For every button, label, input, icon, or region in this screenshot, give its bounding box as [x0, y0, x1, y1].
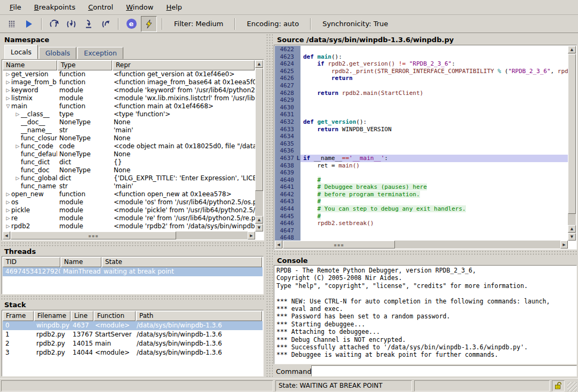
tree-expand-icon[interactable]: ▷ — [5, 206, 11, 214]
source-line[interactable]: 4639 — [275, 169, 568, 177]
namespace-row[interactable]: ▷osmodule<module 'os' from '/usr/lib64/p… — [3, 198, 255, 206]
column-header-path[interactable]: Path — [136, 311, 262, 321]
source-line[interactable]: 4629 — [275, 97, 568, 104]
source-line[interactable]: 4633 return WINPDB_VERSION — [275, 126, 568, 133]
namespace-vertical-scrollbar[interactable]: ▲ ▲ ▼ — [255, 60, 263, 231]
stack-frame-row[interactable]: 3rpdb2.py14044<module>/data/sys/bin/winp… — [3, 348, 263, 357]
tree-expand-icon[interactable]: ▷ — [5, 214, 11, 222]
namespace-row[interactable]: ▷open_newfunction<function open_new at 0… — [3, 190, 255, 198]
next-button[interactable] — [47, 17, 62, 31]
return-button[interactable] — [81, 17, 96, 31]
source-vertical-scrollbar[interactable]: ▲ ▲ ▼ — [568, 46, 576, 241]
tree-expand-icon[interactable]: ▷ — [5, 198, 11, 206]
source-line[interactable]: 4637Lif __name__=='__main__': — [275, 155, 568, 162]
namespace-row[interactable]: ▷func_globaldict{'DLG_EXPR_TITLE': 'Ente… — [3, 174, 255, 182]
source-line[interactable]: 4645 # — [275, 213, 568, 220]
tree-expand-icon[interactable]: ▷ — [5, 70, 11, 78]
scroll-up-arrow-icon[interactable]: ▲ — [255, 60, 263, 68]
source-line[interactable]: 4624 if rpdb2.get_version() != "RPDB_2_3… — [275, 60, 568, 68]
namespace-row[interactable]: ▷func_codecode<code object main at 0x180… — [3, 142, 255, 150]
scroll-up-arrow-icon[interactable]: ▲ — [255, 216, 263, 223]
source-line[interactable]: 4648 — [275, 234, 568, 241]
namespace-row[interactable]: __doc__NoneTypeNone — [3, 118, 255, 126]
console-output[interactable]: RPDB - The Remote Python Debugger, versi… — [274, 265, 577, 364]
namespace-row[interactable]: ▷__class__type<type 'function'> — [3, 110, 255, 118]
namespace-row[interactable]: func_dictdict{} — [3, 158, 255, 166]
namespace-row[interactable]: __name__str'main' — [3, 126, 255, 134]
source-line[interactable]: 4628 return rpdb2.main(StartClient) — [275, 90, 568, 97]
tab-globals[interactable]: Globals — [39, 47, 76, 59]
column-header-frame[interactable]: Frame — [3, 311, 34, 321]
source-horizontal-scrollbar[interactable]: ◀ ▪▪▪ ▶ — [275, 241, 568, 249]
tab-locals[interactable]: Locals — [4, 45, 38, 59]
source-line[interactable]: 4625 rpdb2._print(STR_ERROR_INTERFACE_CO… — [275, 68, 568, 75]
column-header-line[interactable]: Line — [71, 311, 93, 321]
source-line[interactable]: 4642 # before program termination. — [275, 191, 568, 198]
source-line[interactable]: 4626 return — [275, 75, 568, 82]
horizontal-splitter[interactable] — [273, 250, 578, 255]
source-line[interactable]: 4632def get_version(): — [275, 118, 568, 126]
break-button[interactable] — [4, 17, 19, 31]
menu-breakpoints[interactable]: Breakpoints — [28, 1, 82, 13]
source-line[interactable]: 4634 — [275, 133, 568, 140]
scroll-right-arrow-icon[interactable]: ▶ — [248, 231, 255, 239]
scroll-left-arrow-icon[interactable]: ◀ — [275, 241, 282, 249]
tree-expand-icon[interactable]: ▷ — [14, 110, 21, 118]
thread-row[interactable]: 46974534127920MainThreadwaiting at break… — [3, 267, 263, 276]
scrollbar-thumb[interactable]: ▪▪▪ — [283, 241, 395, 249]
step-button[interactable] — [64, 17, 79, 31]
namespace-row[interactable]: ▷listmixmodule<module 'wx.lib.mixins.lis… — [3, 94, 255, 102]
namespace-row[interactable]: ▷keywordmodule<module 'keyword' from '/u… — [3, 86, 255, 94]
namespace-row[interactable]: func_closurNoneTypeNone — [3, 134, 255, 142]
column-header-type[interactable]: Type — [58, 60, 112, 70]
scrollbar-thumb[interactable] — [568, 54, 576, 214]
stack-frame-row[interactable]: 2rpdb2.py14015main/data/sys/bin/winpdb-1… — [3, 339, 263, 348]
namespace-row[interactable]: ▷get_versionfunction<function get_versio… — [3, 70, 255, 78]
vertical-splitter[interactable] — [265, 33, 273, 378]
menu-file[interactable]: File — [3, 1, 28, 13]
source-code-view[interactable]: 46224623def main():4624 if rpdb2.get_ver… — [274, 45, 577, 250]
menu-control[interactable]: Control — [82, 1, 120, 13]
tree-expand-icon[interactable]: ▷ — [5, 94, 11, 102]
source-line[interactable]: 4640 # — [275, 177, 568, 184]
stack-frame-row[interactable]: 0winpdb.py4637<module>/data/sys/bin/winp… — [3, 321, 263, 330]
column-header-function[interactable]: Function — [94, 311, 136, 321]
analyze-exception-button[interactable]: e — [124, 17, 139, 31]
command-input[interactable] — [311, 365, 577, 377]
column-header-name[interactable]: Name — [3, 60, 57, 70]
scroll-down-arrow-icon[interactable]: ▼ — [568, 233, 576, 241]
scroll-right-arrow-icon[interactable]: ▶ — [560, 241, 568, 249]
scroll-up-arrow-icon[interactable]: ▲ — [568, 46, 576, 53]
source-line[interactable]: 4638 ret = main() — [275, 162, 568, 170]
column-header-name[interactable]: Name — [61, 257, 101, 267]
column-header-repr[interactable]: Repr — [113, 60, 255, 70]
namespace-horizontal-scrollbar[interactable]: ◀ ▪▪▪ ▶ — [3, 231, 255, 239]
resize-grip[interactable] — [567, 382, 577, 391]
synchronicity-button[interactable] — [141, 16, 157, 32]
go-button[interactable] — [21, 17, 36, 31]
source-line[interactable]: 4636 — [275, 147, 568, 155]
scroll-up-arrow-icon[interactable]: ▲ — [568, 225, 576, 233]
namespace-row[interactable]: ▷rpdb2module<module 'rpdb2' from '/data/… — [3, 222, 255, 230]
tree-expand-icon[interactable]: ▷ — [14, 142, 21, 150]
namespace-row[interactable]: func_defaulNoneTypeNone — [3, 150, 255, 158]
column-header-state[interactable]: State — [102, 257, 262, 267]
source-line[interactable]: 4631 — [275, 111, 568, 118]
scrollbar-thumb[interactable] — [255, 68, 263, 191]
goto-button[interactable] — [98, 17, 113, 31]
horizontal-splitter[interactable] — [0, 294, 265, 300]
scroll-down-arrow-icon[interactable]: ▼ — [255, 224, 263, 231]
horizontal-splitter[interactable] — [0, 241, 265, 246]
tree-collapse-icon[interactable]: ▽ — [5, 102, 11, 110]
namespace-row[interactable]: func_docNoneTypeNone — [3, 166, 255, 174]
source-line[interactable]: 4627 — [275, 82, 568, 90]
column-header-filename[interactable]: Filename — [34, 311, 70, 321]
source-line[interactable]: 4641 # Debuggee breaks (pauses) here — [275, 183, 568, 191]
column-header-tid[interactable]: TID — [3, 257, 60, 267]
source-line[interactable]: 4644 # You can step to debug any exit ha… — [275, 205, 568, 213]
source-line[interactable]: 4647 — [275, 227, 568, 235]
source-line[interactable]: 4646 rpdb2.setbreak() — [275, 220, 568, 227]
namespace-row[interactable]: ▽mainfunction<function main at 0x1ef4668… — [3, 102, 255, 110]
source-line[interactable]: 4630 — [275, 104, 568, 111]
tab-exception[interactable]: Exception — [77, 47, 123, 59]
